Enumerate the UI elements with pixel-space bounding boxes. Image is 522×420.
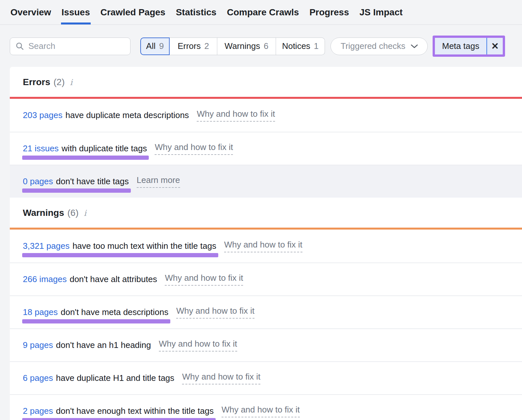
why-how-to-fix-link[interactable]: Why and how to fix it [176,306,254,319]
meta-tags-chip-label: Meta tags [435,38,486,54]
segment-errors[interactable]: Errors 2 [170,38,217,55]
tab-statistics[interactable]: Statistics [175,0,217,24]
issue-count-link[interactable]: 266 images [23,274,67,284]
issue-phrase: 18 pages don't have meta descriptions [23,307,168,317]
filters-toolbar: All 9 Errors 2 Warnings 6 Notices 1 Trig… [10,36,522,57]
segment-errors-count: 2 [204,41,209,51]
search-input[interactable] [10,38,130,55]
issue-row: 203 pages have duplicate meta descriptio… [10,99,522,132]
errors-section-count: (2) [54,77,65,87]
issue-count-link[interactable]: 2 pages [23,406,53,416]
issue-count-link[interactable]: 203 pages [23,110,62,120]
meta-tags-highlight-annotation: Meta tags ✕ [433,36,505,57]
issue-row: 21 issues with duplicate title tags Why … [10,132,522,165]
issue-text: have too much text within the title tags [72,241,216,251]
issue-text: don't have title tags [56,176,129,187]
issue-text: with duplicate title tags [62,143,147,154]
issue-text: don't have enough text within the title … [56,406,214,416]
issue-count-link[interactable]: 9 pages [23,340,53,350]
issue-phrase: 9 pages don't have an h1 heading [23,340,151,350]
issue-row: 2 pages don't have enough text within th… [10,394,522,420]
tab-progress[interactable]: Progress [309,0,349,24]
info-icon[interactable]: i [70,78,72,87]
issue-text: have duplicate meta descriptions [65,110,189,120]
issue-phrase: 2 pages don't have enough text within th… [23,406,214,416]
why-how-to-fix-link[interactable]: Why and how to fix it [165,273,243,286]
errors-section-header: Errors (2) i [10,67,522,97]
segment-notices[interactable]: Notices 1 [276,38,325,55]
issue-phrase: 3,321 pages have too much text within th… [23,241,216,251]
issue-row: 3,321 pages have too much text within th… [10,230,522,262]
issue-row: 266 images don't have alt attributes Why… [10,262,522,295]
tab-issues[interactable]: Issues [61,0,91,24]
why-how-to-fix-link[interactable]: Why and how to fix it [182,372,260,384]
issue-row: 18 pages don't have meta descriptions Wh… [10,295,522,328]
tab-compare-crawls[interactable]: Compare Crawls [226,0,299,24]
issue-text: don't have alt attributes [69,274,157,284]
issue-phrase: 6 pages have duplicate H1 and title tags [23,373,174,383]
chevron-down-icon [410,44,418,49]
issue-count-link[interactable]: 18 pages [23,307,58,317]
learn-more-link[interactable]: Learn more [137,175,180,188]
warnings-section-title: Warnings [23,208,64,218]
segment-notices-label: Notices [282,41,310,51]
issue-row: 0 pages don't have title tags Learn more [10,165,522,198]
segment-all-count: 9 [159,41,164,51]
issue-text: have duplicate H1 and title tags [56,373,175,383]
issues-card: Errors (2) i 203 pages have duplicate me… [10,67,522,420]
segment-warnings-label: Warnings [224,41,260,51]
tab-js-impact[interactable]: JS Impact [359,0,403,24]
issue-phrase: 0 pages don't have title tags [23,176,129,187]
top-tab-bar: Overview Issues Crawled Pages Statistics… [0,0,522,25]
issue-phrase: 266 images don't have alt attributes [23,274,157,284]
warnings-section-header: Warnings (6) i [10,198,522,228]
segment-errors-label: Errors [177,41,201,51]
tab-crawled-pages[interactable]: Crawled Pages [100,0,166,24]
close-icon[interactable]: ✕ [487,38,503,54]
errors-section-title: Errors [23,77,50,87]
why-how-to-fix-link[interactable]: Why and how to fix it [197,109,275,122]
why-how-to-fix-link[interactable]: Why and how to fix it [159,339,237,352]
search-box [10,38,130,55]
tab-overview[interactable]: Overview [10,0,52,24]
why-how-to-fix-link[interactable]: Why and how to fix it [224,240,302,252]
issue-row: 9 pages don't have an h1 heading Why and… [10,328,522,361]
segment-warnings[interactable]: Warnings 6 [217,38,276,55]
meta-tags-filter-chip[interactable]: Meta tags ✕ [435,38,503,54]
issue-count-link[interactable]: 0 pages [23,176,53,187]
severity-segmented-control: All 9 Errors 2 Warnings 6 Notices 1 [140,38,325,55]
issue-text: don't have an h1 heading [56,340,151,350]
issue-count-link[interactable]: 21 issues [23,143,59,154]
issue-count-link[interactable]: 6 pages [23,373,53,383]
why-how-to-fix-link[interactable]: Why and how to fix it [222,405,300,417]
segment-notices-count: 1 [314,41,318,51]
triggered-checks-dropdown[interactable]: Triggered checks [330,38,428,55]
issue-phrase: 203 pages have duplicate meta descriptio… [23,110,189,120]
issue-text: don't have meta descriptions [61,307,168,317]
segment-all-label: All [146,41,156,51]
issue-phrase: 21 issues with duplicate title tags [23,143,147,154]
warnings-section-count: (6) [68,208,79,218]
info-icon[interactable]: i [84,208,86,218]
why-how-to-fix-link[interactable]: Why and how to fix it [155,142,233,155]
issue-count-link[interactable]: 3,321 pages [23,241,69,251]
issue-row: 6 pages have duplicate H1 and title tags… [10,361,522,394]
triggered-checks-label: Triggered checks [341,41,405,51]
segment-warnings-count: 6 [264,41,268,51]
segment-all[interactable]: All 9 [140,38,170,55]
